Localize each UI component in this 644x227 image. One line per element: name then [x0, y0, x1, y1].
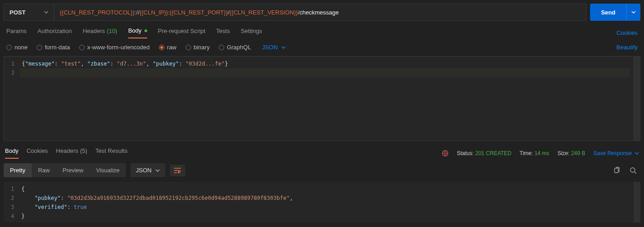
network-globe-icon[interactable]	[442, 150, 449, 157]
tab-body[interactable]: Body	[128, 27, 147, 38]
radio-form-data[interactable]: form-data	[37, 44, 70, 51]
radio-graphql[interactable]: GraphQL	[219, 44, 251, 51]
radio-none[interactable]: none	[6, 44, 28, 51]
resp-tab-test-results[interactable]: Test Results	[96, 147, 128, 159]
chevron-down-icon	[631, 10, 636, 14]
wrap-icon	[174, 167, 181, 174]
send-button[interactable]: Send	[590, 4, 640, 21]
view-tab-preview[interactable]: Preview	[56, 163, 90, 177]
tab-settings[interactable]: Settings	[241, 27, 262, 38]
chevron-down-icon	[634, 151, 639, 156]
line-gutter: 1 2 3 4	[4, 182, 19, 222]
radio-x-www-form-urlencoded[interactable]: x-www-form-urlencoded	[79, 44, 150, 51]
minimap	[634, 57, 640, 141]
chevron-down-icon	[281, 45, 286, 50]
chevron-down-icon	[44, 10, 48, 14]
resp-tab-headers[interactable]: Headers(5)	[56, 147, 87, 159]
send-dropdown[interactable]	[626, 4, 640, 21]
tab-params[interactable]: Params	[6, 27, 27, 38]
code-content[interactable]: {"message": "test", "zbase": "d7...3n", …	[20, 57, 634, 141]
body-format-select[interactable]: JSON	[262, 44, 286, 51]
tab-tests[interactable]: Tests	[216, 27, 230, 38]
radio-icon	[37, 45, 42, 50]
send-button-label[interactable]: Send	[590, 4, 626, 21]
svg-point-2	[630, 168, 635, 172]
view-tab-raw[interactable]: Raw	[32, 163, 56, 177]
view-tab-pretty[interactable]: Pretty	[4, 163, 32, 177]
beautify-link[interactable]: Beautify	[616, 44, 638, 51]
tab-authorization[interactable]: Authorization	[38, 27, 72, 38]
status-label: Status: 201 CREATED	[457, 150, 512, 156]
size-label: Size: 249 B	[557, 150, 585, 156]
minimap	[634, 182, 640, 222]
resp-tab-cookies[interactable]: Cookies	[27, 147, 48, 159]
response-format-select[interactable]: JSON	[130, 163, 165, 177]
response-body-editor[interactable]: 1 2 3 4 { "pubkey": "03d2d3b2a916933d322…	[4, 182, 640, 222]
copy-icon[interactable]	[613, 167, 620, 174]
search-icon[interactable]	[630, 167, 637, 174]
save-response-button[interactable]: Save Response	[593, 150, 639, 156]
method-value: POST	[10, 9, 25, 16]
line-gutter: 1 2	[4, 57, 20, 141]
view-tab-visualize[interactable]: Visualize	[90, 163, 126, 177]
response-view-tabs: Pretty Raw Preview Visualize	[4, 163, 126, 177]
method-select[interactable]: POST	[4, 4, 54, 21]
radio-icon	[79, 45, 85, 50]
dot-indicator-icon	[144, 29, 147, 32]
radio-icon	[6, 45, 12, 50]
time-label: Time: 14 ms	[519, 150, 549, 156]
code-content[interactable]: { "pubkey": "03d2d3b2a916933d322f2dbad01…	[19, 182, 634, 222]
radio-icon	[219, 45, 224, 50]
request-body-editor[interactable]: 1 2 {"message": "test", "zbase": "d7...3…	[4, 56, 640, 141]
resp-tab-body[interactable]: Body	[5, 147, 19, 159]
tab-prerequest[interactable]: Pre-request Script	[158, 27, 206, 38]
word-wrap-button[interactable]	[170, 165, 185, 176]
radio-raw[interactable]: raw	[159, 44, 177, 51]
cookies-link[interactable]: Cookies	[616, 29, 638, 36]
url-input[interactable]: {{CLN_REST_PROTOCOL}}://{{CLN_IP}}:{{CLN…	[54, 4, 586, 21]
chevron-down-icon	[155, 168, 160, 173]
svg-rect-1	[615, 168, 618, 173]
radio-binary[interactable]: binary	[186, 44, 210, 51]
radio-icon	[186, 45, 191, 50]
tab-headers[interactable]: Headers(10)	[83, 27, 117, 38]
radio-icon	[159, 45, 164, 50]
